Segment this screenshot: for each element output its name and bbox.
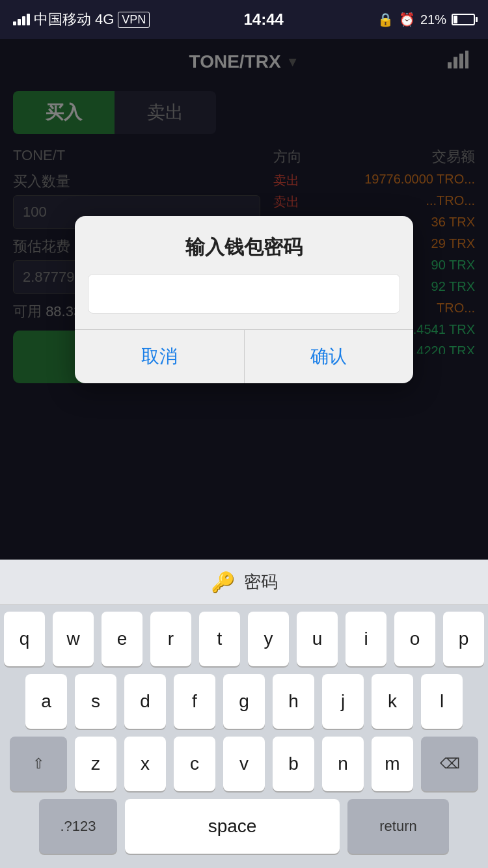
keyboard-row-1: q w e r t y u i o p	[4, 612, 484, 666]
key-z[interactable]: z	[75, 737, 116, 791]
keyboard-password-label: 密码	[244, 571, 278, 593]
key-a[interactable]: a	[25, 674, 67, 729]
key-b[interactable]: b	[273, 737, 314, 791]
return-key[interactable]: return	[347, 799, 449, 854]
key-t[interactable]: t	[199, 612, 240, 666]
space-key[interactable]: space	[125, 799, 340, 854]
dialog-buttons: 取消 确认	[75, 329, 413, 383]
key-q[interactable]: q	[4, 612, 45, 666]
key-j[interactable]: j	[322, 674, 364, 729]
battery-icon	[452, 14, 475, 25]
keyboard-row-4: .?123 space return	[4, 799, 484, 854]
numbers-key[interactable]: .?123	[39, 799, 117, 854]
key-h[interactable]: h	[273, 674, 314, 729]
key-p[interactable]: p	[443, 612, 484, 666]
lock-icon: 🔒	[377, 12, 394, 27]
key-o[interactable]: o	[394, 612, 435, 666]
key-e[interactable]: e	[102, 612, 142, 666]
confirm-button[interactable]: 确认	[245, 330, 414, 383]
key-c[interactable]: c	[174, 737, 215, 791]
key-icon: 🔑	[211, 571, 235, 593]
alarm-icon: ⏰	[399, 12, 415, 27]
dialog-input-wrap	[75, 274, 413, 329]
status-right: 🔒 ⏰ 21%	[377, 12, 475, 27]
keyboard-rows: q w e r t y u i o p a s d f g h j k l ⇧ …	[0, 605, 488, 860]
key-l[interactable]: l	[421, 674, 463, 729]
home-indicator	[0, 860, 488, 868]
status-bar: 中国移动 4G VPN 14:44 🔒 ⏰ 21%	[0, 0, 488, 39]
password-dialog: 输入钱包密码 取消 确认	[75, 216, 413, 383]
key-i[interactable]: i	[346, 612, 386, 666]
keyboard-row-2: a s d f g h j k l	[4, 674, 484, 729]
key-d[interactable]: d	[124, 674, 166, 729]
key-u[interactable]: u	[297, 612, 338, 666]
network-label: 4G	[95, 11, 114, 28]
signal-icon	[13, 14, 30, 25]
dialog-overlay: 输入钱包密码 取消 确认	[0, 39, 488, 560]
keyboard-area: 🔑 密码 q w e r t y u i o p a s d f g h j k…	[0, 560, 488, 868]
key-s[interactable]: s	[75, 674, 116, 729]
shift-key[interactable]: ⇧	[10, 737, 67, 791]
password-input[interactable]	[88, 274, 400, 314]
key-g[interactable]: g	[223, 674, 265, 729]
carrier-label: 中国移动	[34, 10, 91, 29]
clock: 14:44	[243, 10, 283, 29]
key-x[interactable]: x	[124, 737, 166, 791]
keyboard-top-bar: 🔑 密码	[0, 560, 488, 605]
key-y[interactable]: y	[248, 612, 289, 666]
dialog-title: 输入钱包密码	[75, 216, 413, 274]
key-w[interactable]: w	[53, 612, 94, 666]
key-f[interactable]: f	[174, 674, 215, 729]
vpn-label: VPN	[118, 12, 150, 28]
key-k[interactable]: k	[372, 674, 413, 729]
key-v[interactable]: v	[223, 737, 265, 791]
delete-key[interactable]: ⌫	[421, 737, 478, 791]
key-r[interactable]: r	[150, 612, 191, 666]
key-n[interactable]: n	[322, 737, 364, 791]
keyboard-row-3: ⇧ z x c v b n m ⌫	[4, 737, 484, 791]
status-left: 中国移动 4G VPN	[13, 10, 150, 29]
app-area: TONE/TRX ▼ 买入 卖出 TONE/T 买入数量 100	[0, 39, 488, 560]
battery-percent: 21%	[420, 12, 446, 27]
cancel-button[interactable]: 取消	[75, 330, 245, 383]
key-m[interactable]: m	[372, 737, 413, 791]
